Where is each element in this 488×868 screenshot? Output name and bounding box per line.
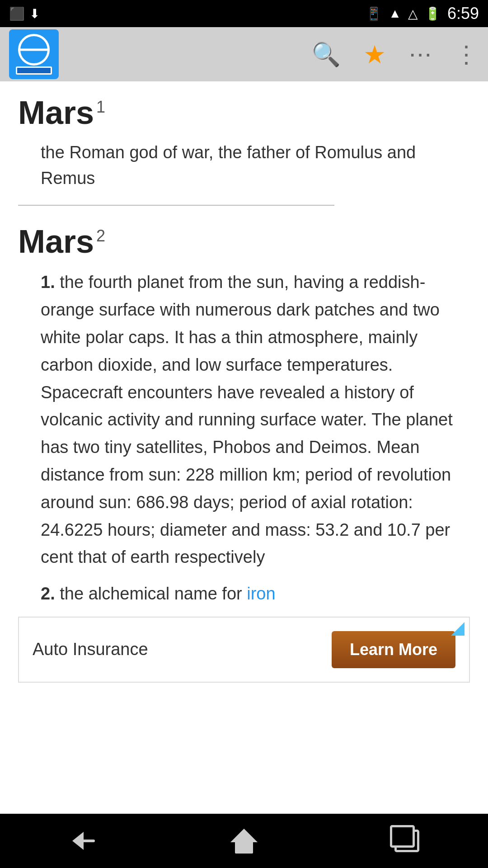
more-menu-icon[interactable]: ⋮ [455,41,479,68]
home-icon [230,829,258,854]
download-icon: ⬇ [29,6,40,21]
app-bar: 🔍 ★ ⋯ ⋮ [0,27,488,81]
signal-icon: △ [408,6,418,21]
entry-2-superscript: 2 [96,226,105,245]
wifi-icon: ▲ [389,6,401,21]
globe-icon [18,34,50,66]
entry-2-word: Mars [18,223,94,259]
status-bar-left: ⬛ ⬇ [9,6,40,21]
recents-button[interactable] [380,823,434,859]
entry-1-title: Mars1 [18,95,470,131]
bookmark-star-icon[interactable]: ★ [363,40,386,69]
ad-triangle-icon [451,622,465,636]
entry-1-superscript: 1 [96,98,105,116]
entry-divider [18,205,334,206]
entry-2-def-2: 2. the alchemical name for iron [18,580,470,608]
battery-icon: 🔋 [425,6,441,21]
share-icon[interactable]: ⋯ [408,41,432,68]
home-button[interactable] [217,823,271,859]
ad-triangle-shape [451,622,465,636]
def-number-2: 2. [41,584,55,603]
status-time: 6:59 [447,4,479,23]
def-text-1: the fourth planet from the sun, having a… [41,273,453,566]
status-bar: ⬛ ⬇ 📱 ▲ △ 🔋 6:59 [0,0,488,27]
search-icon[interactable]: 🔍 [311,41,341,68]
recents-icon [394,830,419,852]
entry-mars-1: Mars1 the Roman god of war, the father o… [18,95,470,206]
status-bar-right: 📱 ▲ △ 🔋 6:59 [366,4,479,23]
entry-2-def-1: 1. the fourth planet from the sun, havin… [18,269,470,571]
back-button[interactable] [54,823,108,859]
home-roof [230,829,258,842]
def-text-2: the alchemical name for [60,584,247,603]
ad-label: Auto Insurance [33,640,148,659]
app-logo-inner [14,34,54,75]
ad-banner: Auto Insurance Learn More [18,617,470,683]
learn-more-button[interactable]: Learn More [332,631,455,668]
bottom-nav [0,814,488,868]
home-body [235,841,253,854]
entry-2-title: Mars2 [18,224,470,259]
entry-1-word: Mars [18,94,94,131]
iron-link[interactable]: iron [247,584,275,603]
back-arrow-icon [68,832,95,850]
phone-icon: 📱 [366,6,382,21]
content-area: Mars1 the Roman god of war, the father o… [0,81,488,814]
entry-1-definition: the Roman god of war, the father of Romu… [18,140,470,191]
def-number-1: 1. [41,273,55,292]
entry-mars-2: Mars2 1. the fourth planet from the sun,… [18,224,470,608]
book-icon [16,66,52,75]
app-bar-actions: 🔍 ★ ⋯ ⋮ [311,40,479,69]
app-logo[interactable] [9,29,59,79]
screenshot-icon: ⬛ [9,6,25,21]
